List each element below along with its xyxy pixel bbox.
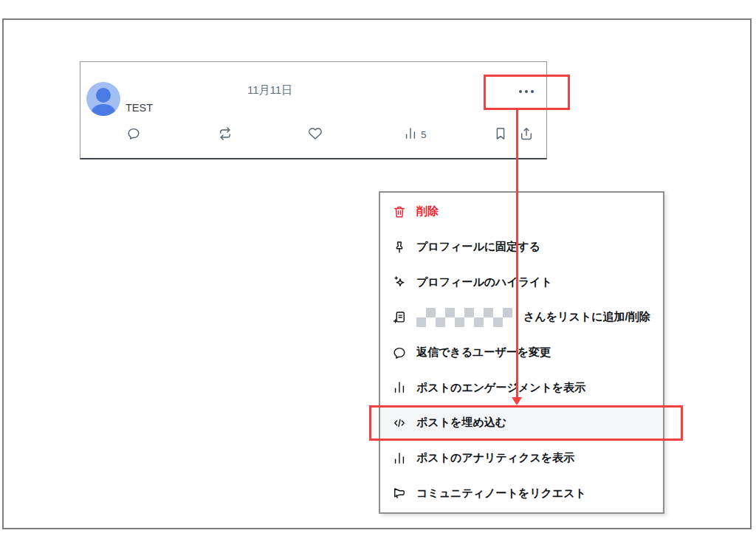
chart-icon bbox=[392, 380, 407, 395]
bubble-icon bbox=[392, 346, 407, 360]
pin-icon bbox=[392, 240, 407, 255]
dot bbox=[525, 90, 528, 93]
chart-icon bbox=[392, 451, 407, 466]
menu-item-view-post-analytics[interactable]: ポストのアナリティクスを表示 bbox=[380, 441, 663, 476]
like-button[interactable] bbox=[308, 127, 324, 143]
menu-item-label: ポストのエンゲージメントを表示 bbox=[416, 381, 585, 395]
menu-item-delete[interactable]: 削除 bbox=[380, 194, 663, 230]
views-button[interactable] bbox=[403, 127, 419, 143]
menu-item-label: コミュニティノートをリクエスト bbox=[416, 487, 586, 501]
menu-item-label: ポストを埋め込む bbox=[416, 416, 506, 430]
list-add-icon bbox=[392, 310, 407, 325]
bookmark-icon bbox=[493, 126, 508, 144]
chart-icon bbox=[403, 126, 418, 144]
menu-item-pin-to-profile[interactable]: プロフィールに固定する bbox=[380, 230, 663, 265]
sparkle-icon bbox=[392, 275, 407, 289]
reply-button[interactable] bbox=[126, 127, 142, 143]
post-date: 11月11日 bbox=[247, 83, 314, 97]
megaphone-icon bbox=[392, 486, 407, 501]
menu-item-change-who-can-reply[interactable]: 返信できるユーザーを変更 bbox=[380, 335, 663, 371]
menu-item-label: 返信できるユーザーを変更 bbox=[416, 346, 551, 360]
menu-item-request-community-note[interactable]: コミュニティノートをリクエスト bbox=[380, 475, 663, 511]
views-count: 5 bbox=[421, 129, 427, 140]
menu-item-profile-highlight[interactable]: プロフィールのハイライト bbox=[380, 264, 663, 300]
heart-icon bbox=[308, 126, 323, 144]
dot bbox=[531, 90, 534, 93]
share-button[interactable] bbox=[519, 127, 535, 143]
menu-item-label: ポストのアナリティクスを表示 bbox=[416, 451, 574, 465]
censored-username bbox=[416, 308, 512, 327]
menu-item-add-remove-from-lists[interactable]: さんをリストに追加/削除 bbox=[380, 300, 663, 335]
reply-icon bbox=[126, 126, 141, 144]
author-name: TEST bbox=[126, 102, 153, 114]
retweet-icon bbox=[218, 126, 233, 144]
menu-item-label: プロフィールに固定する bbox=[416, 240, 540, 254]
menu-item-view-post-engagements[interactable]: ポストのエンゲージメントを表示 bbox=[380, 370, 663, 405]
bookmark-button[interactable] bbox=[493, 127, 509, 143]
menu-item-embed-post[interactable]: ポストを埋め込む bbox=[380, 405, 663, 441]
menu-item-label: プロフィールのハイライト bbox=[416, 275, 552, 289]
code-icon bbox=[392, 416, 407, 430]
screenshot-frame: TEST 11月11日 5 削除プロフィールに固定するプロフィールのハイライトさ… bbox=[2, 18, 752, 529]
avatar-head-shape bbox=[96, 88, 111, 103]
menu-item-label: 削除 bbox=[416, 204, 439, 219]
menu-item-label: さんをリストに追加/削除 bbox=[523, 310, 650, 324]
more-options-button[interactable] bbox=[515, 86, 537, 97]
avatar[interactable] bbox=[86, 82, 120, 116]
dot bbox=[519, 90, 522, 93]
context-menu: 削除プロフィールに固定するプロフィールのハイライトさんをリストに追加/削除返信で… bbox=[379, 191, 664, 514]
repost-button[interactable] bbox=[218, 127, 234, 143]
share-icon bbox=[519, 126, 534, 144]
trash-icon bbox=[392, 204, 407, 219]
